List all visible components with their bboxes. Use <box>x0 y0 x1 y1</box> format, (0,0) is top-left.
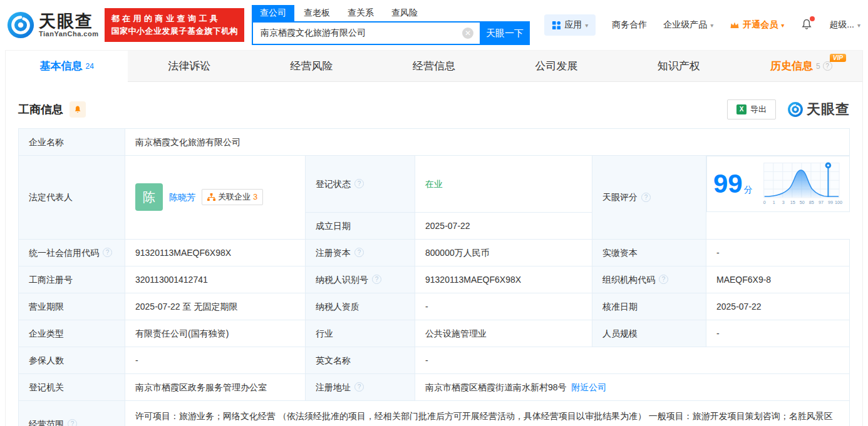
company-name-label: 企业名称 <box>19 129 125 156</box>
notifications-bell[interactable] <box>800 18 813 33</box>
english-name-label: 英文名称 <box>306 347 415 373</box>
english-name-value: - <box>415 347 850 373</box>
svg-text:99: 99 <box>828 200 833 205</box>
search-tab-boss[interactable]: 查老板 <box>304 5 330 21</box>
apps-menu[interactable]: 应用 ▾ <box>544 14 596 36</box>
brand-watermark: 天眼查 <box>787 100 850 119</box>
cooperation-label: 商务合作 <box>612 19 647 31</box>
svg-text:85: 85 <box>809 200 814 205</box>
tab-history-info[interactable]: VIP 历史信息 5 ? <box>740 51 862 81</box>
tab-label: 公司发展 <box>535 59 577 73</box>
search-tab-company[interactable]: 查公司 <box>252 5 294 21</box>
reg-status-label: 登记状态? <box>306 156 415 213</box>
insured-count-value: - <box>125 347 306 373</box>
nav-super-vip[interactable]: 超级... ▾ <box>829 19 860 31</box>
tab-basic-info[interactable]: 基本信息 24 <box>6 51 128 82</box>
tyc-score-label: 天眼评分? <box>592 156 706 240</box>
industry-label: 行业 <box>306 320 415 347</box>
super-vip-label: 超级... <box>829 19 854 31</box>
vip-badge: VIP <box>830 54 846 62</box>
tab-count: 5 <box>816 62 820 71</box>
taxpayer-id-label: 纳税人识别号? <box>306 266 415 293</box>
reg-authority-value: 南京市栖霞区政务服务管理办公室 <box>125 373 306 400</box>
company-type-value: 有限责任公司(国有独资) <box>125 320 306 347</box>
business-info-table-wrap: 企业名称 南京栖霞文化旅游有限公司 法定代表人 陈 陈晓芳 <box>6 128 862 426</box>
nearby-companies-link[interactable]: 附近公司 <box>571 382 606 392</box>
tab-label: 法律诉讼 <box>168 59 210 73</box>
help-icon[interactable]: ? <box>641 193 651 202</box>
section-toolbar: 工商信息 X 导出 天眼查 <box>6 82 862 128</box>
chevron-down-icon: ▾ <box>585 22 588 29</box>
company-type-label: 企业类型 <box>19 320 125 347</box>
tyc-score-cell: 99分 <box>706 156 850 212</box>
chevron-down-icon: ▾ <box>857 22 860 29</box>
table-row: 工商注册号 320113001412741 纳税人识别号? 91320113MA… <box>19 266 850 293</box>
export-label: 导出 <box>750 104 767 115</box>
svg-text:3: 3 <box>782 200 784 205</box>
reg-authority-label: 登记机关 <box>19 373 125 400</box>
tab-label: 基本信息 <box>40 59 83 73</box>
help-icon[interactable]: ? <box>823 61 832 71</box>
help-icon[interactable]: ? <box>372 275 381 284</box>
tab-company-development[interactable]: 公司发展 <box>495 51 617 81</box>
clear-search-icon[interactable]: ✕ <box>462 28 473 39</box>
enterprise-label: 企业级产品 <box>663 19 707 31</box>
score-unit: 分 <box>744 185 753 195</box>
table-row: 登记机关 南京市栖霞区政务服务管理办公室 注册地址? 南京市栖霞区栖霞街道南水新… <box>19 373 850 400</box>
search-input[interactable] <box>252 21 480 45</box>
business-info-table: 企业名称 南京栖霞文化旅游有限公司 法定代表人 陈 陈晓芳 <box>18 128 850 426</box>
chevron-down-icon: ▾ <box>710 22 713 29</box>
subscribe-bell-button[interactable] <box>70 101 86 118</box>
tianyancha-logo[interactable]: 天眼查 TianYanCha.com <box>6 11 98 39</box>
top-nav: 应用 ▾ 商务合作 企业级产品 ▾ 开通会员 ▾ 超级... ▾ <box>544 14 860 36</box>
legal-rep-name-link[interactable]: 陈晓芳 <box>169 191 195 203</box>
table-row: 参保人数 - 英文名称 - <box>19 347 850 373</box>
search-tab-risk[interactable]: 查风险 <box>391 5 418 21</box>
org-chart-icon <box>207 193 215 201</box>
tab-intellectual-property[interactable]: 知识产权 <box>617 51 740 81</box>
search-tabs: 查公司 查老板 查关系 查风险 <box>252 5 530 21</box>
bell-icon <box>73 105 82 114</box>
industry-value: 公共设施管理业 <box>415 320 592 347</box>
legal-rep-cell: 陈 陈晓芳 关联企业 3 <box>125 156 306 240</box>
nav-cooperation[interactable]: 商务合作 <box>612 19 647 31</box>
related-companies-badge[interactable]: 关联企业 3 <box>202 189 263 205</box>
score-distribution-chart: 0 1 3 15 50 85 97 99 100 <box>760 159 843 209</box>
search-tab-relation[interactable]: 查关系 <box>348 5 374 21</box>
search-button[interactable]: 天眼一下 <box>480 21 530 45</box>
approval-date-value: 2025-07-22 <box>706 293 850 320</box>
nav-open-vip[interactable]: 开通会员 ▾ <box>730 19 784 31</box>
insured-count-label: 参保人数 <box>19 347 125 373</box>
promo-line-2: 国家中小企业发展子基金旗下机构 <box>111 25 238 38</box>
reg-number-value: 320113001412741 <box>125 266 306 293</box>
tab-operating-risk[interactable]: 经营风险 <box>251 51 373 81</box>
help-icon[interactable]: ? <box>354 179 364 188</box>
help-icon[interactable]: ? <box>354 382 364 392</box>
notification-dot <box>810 16 815 21</box>
tab-legal-proceedings[interactable]: 法律诉讼 <box>128 51 250 81</box>
export-button[interactable]: X 导出 <box>727 99 776 119</box>
help-icon[interactable]: ? <box>103 248 112 257</box>
page-container: 基本信息 24 法律诉讼 经营风险 经营信息 公司发展 知识产权 VIP 历史信… <box>5 50 863 426</box>
credit-code-label: 统一社会信用代码? <box>19 239 125 266</box>
tab-label: 历史信息 <box>770 59 813 73</box>
score-axis-labels: 0 1 3 15 50 85 97 99 100 <box>763 200 842 205</box>
top-header: 天眼查 TianYanCha.com 都在用的商业查询工具 国家中小企业发展子基… <box>0 0 868 50</box>
open-vip-label: 开通会员 <box>743 19 778 31</box>
help-icon[interactable]: ? <box>659 275 668 284</box>
nav-enterprise-products[interactable]: 企业级产品 ▾ <box>663 19 713 31</box>
help-icon[interactable]: ? <box>68 419 77 426</box>
taxpayer-quality-value: - <box>415 293 592 320</box>
related-companies-label: 关联企业 <box>218 191 251 203</box>
table-row: 经营范围? 许可项目：旅游业务；网络文化经营 （依法须经批准的项目，经相关部门批… <box>19 400 850 426</box>
table-row: 企业名称 南京栖霞文化旅游有限公司 <box>19 129 850 156</box>
address-value: 南京市栖霞区栖霞街道南水新村98号 附近公司 <box>415 373 850 400</box>
legal-rep-avatar[interactable]: 陈 <box>135 183 163 211</box>
address-label: 注册地址? <box>306 373 415 400</box>
tab-business-info[interactable]: 经营信息 <box>373 51 495 81</box>
legal-rep-label: 法定代表人 <box>19 156 125 240</box>
brand-label: 天眼查 <box>807 100 850 119</box>
tab-label: 经营风险 <box>291 59 333 73</box>
established-value: 2025-07-22 <box>415 212 592 239</box>
help-icon[interactable]: ? <box>354 248 364 257</box>
